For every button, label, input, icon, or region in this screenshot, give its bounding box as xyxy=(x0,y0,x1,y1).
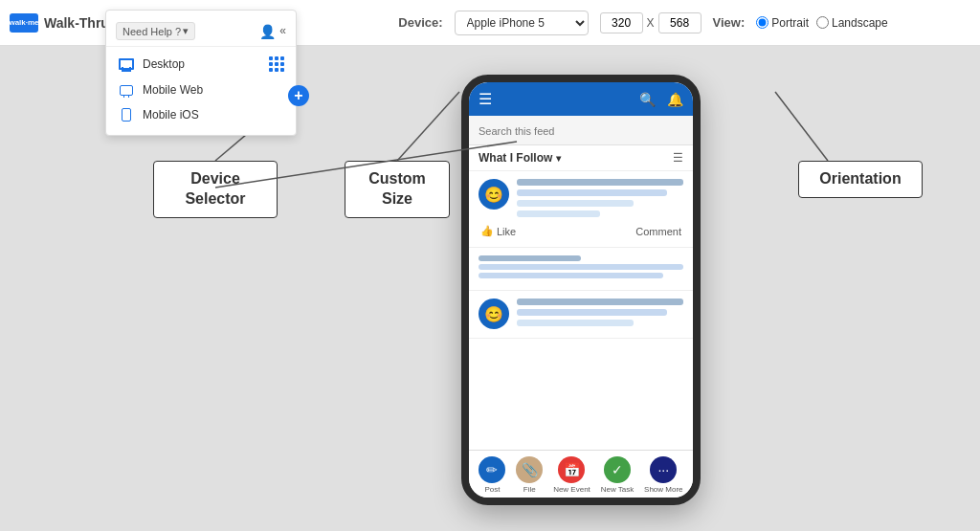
feed-line-1 xyxy=(517,179,683,186)
more-nav-label: Show More xyxy=(644,485,682,494)
post-nav-label: Post xyxy=(484,485,500,494)
menu-item-desktop[interactable]: Desktop xyxy=(106,51,296,77)
phone-header: ☰ 🔍 🔔 xyxy=(469,82,693,116)
feed-item-1-header: 😊 xyxy=(479,179,683,221)
phone-header-icons: 🔍 🔔 xyxy=(639,92,683,107)
phone-search-input[interactable] xyxy=(479,125,683,137)
desktop-label: Desktop xyxy=(143,57,185,71)
phone-search-icon: 🔍 xyxy=(639,92,656,107)
desktop-menu-icon xyxy=(118,57,135,71)
more-nav-icon: ··· xyxy=(650,456,677,483)
avatar-1: 😊 xyxy=(479,179,509,210)
portrait-option[interactable]: Portrait xyxy=(756,16,809,30)
feed-line-2 xyxy=(517,189,667,196)
mobile-ios-label: Mobile iOS xyxy=(143,108,199,122)
mobile-web-label: Mobile Web xyxy=(143,83,203,97)
toolbar-center: Device: Apple iPhone 5 X View: Portrait … xyxy=(316,11,970,35)
avatar-2: 😊 xyxy=(479,299,509,329)
feed-content-1 xyxy=(517,179,683,221)
chevron-left-icon[interactable]: « xyxy=(279,24,286,39)
nav-show-more[interactable]: ··· Show More xyxy=(644,456,682,494)
thumbs-up-icon: 👍 xyxy=(480,225,494,237)
size-inputs: X xyxy=(600,12,702,33)
apps-grid-icon xyxy=(269,56,284,72)
apps-grid-button[interactable] xyxy=(269,56,284,72)
phone-filter-bar: What I Follow ▾ ☰ xyxy=(469,145,693,171)
feed-actions-1: 👍 Like Comment xyxy=(479,221,683,239)
nav-new-task[interactable]: ✓ New Task xyxy=(601,456,635,494)
svg-line-2 xyxy=(775,92,828,161)
device-label: Device: xyxy=(398,15,442,30)
device-selector-annotation: DeviceSelector xyxy=(153,161,278,218)
view-label: View: xyxy=(713,15,746,30)
phone-search-bar[interactable] xyxy=(469,116,693,145)
feed2-line-3 xyxy=(517,320,634,326)
dropdown-icons: 👤 « xyxy=(259,24,286,39)
comment-button[interactable]: Comment xyxy=(635,226,681,237)
device-select[interactable]: Apple iPhone 5 xyxy=(455,11,589,35)
file-nav-label: File xyxy=(523,485,536,494)
post-nav-icon: ✏ xyxy=(479,456,505,483)
feed2-line-2 xyxy=(517,309,667,316)
phone-hamburger-icon: ☰ xyxy=(479,90,492,108)
width-input[interactable] xyxy=(600,12,643,33)
walkme-logo-icon: walk·me xyxy=(10,13,38,33)
mobile-ios-icon-shape xyxy=(122,108,131,122)
feed-item-1: 😊 👍 Like Comment xyxy=(469,171,693,248)
email-section xyxy=(469,248,693,291)
feed-line-4 xyxy=(517,210,600,217)
user-icon[interactable]: 👤 xyxy=(259,24,276,39)
portrait-label: Portrait xyxy=(771,16,809,30)
landscape-radio[interactable] xyxy=(816,16,829,29)
phone-mockup: ☰ 🔍 🔔 What I Follow ▾ ☰ 😊 xyxy=(461,75,701,505)
event-nav-label: New Event xyxy=(553,485,590,494)
feed-item-2: 😊 xyxy=(469,291,693,339)
feed-line-3 xyxy=(517,200,634,207)
feed-content-2 xyxy=(517,299,683,330)
mobile-web-menu-icon xyxy=(118,83,135,97)
email-line-2 xyxy=(479,273,663,278)
menu-item-mobile-web[interactable]: Mobile Web + xyxy=(106,77,296,102)
nav-file[interactable]: 📎 File xyxy=(516,456,543,494)
phone-notification-icon: 🔔 xyxy=(667,92,683,107)
file-nav-icon: 📎 xyxy=(516,456,543,483)
task-nav-label: New Task xyxy=(601,485,635,494)
svg-line-1 xyxy=(397,92,459,161)
mobile-web-icon-shape xyxy=(120,85,133,96)
email-line-1 xyxy=(479,264,683,270)
filter-label[interactable]: What I Follow ▾ xyxy=(479,151,561,165)
dropdown-header: Need Help ? ▾ 👤 « xyxy=(106,18,296,47)
custom-size-annotation: CustomSize xyxy=(345,161,450,218)
phone-bottom-nav: ✏ Post 📎 File 📅 New Event ✓ New Task ···… xyxy=(469,450,693,498)
task-nav-icon: ✓ xyxy=(604,456,631,483)
size-x-label: X xyxy=(647,16,655,30)
filter-chevron-icon: ▾ xyxy=(556,153,561,164)
like-button[interactable]: 👍 Like xyxy=(480,225,516,237)
landscape-option[interactable]: Landscape xyxy=(816,16,888,30)
feed2-line-1 xyxy=(517,299,683,305)
event-nav-icon: 📅 xyxy=(558,456,585,483)
sort-icon[interactable]: ☰ xyxy=(673,151,683,165)
orientation-annotation: Orientation xyxy=(798,161,923,198)
dropdown-menu: Need Help ? ▾ 👤 « Desktop Mobile Web + xyxy=(105,10,297,136)
orientation-group: Portrait Landscape xyxy=(756,16,887,30)
add-button[interactable]: + xyxy=(288,85,309,106)
desktop-icon-shape xyxy=(119,58,134,70)
nav-post[interactable]: ✏ Post xyxy=(479,456,505,494)
landscape-label: Landscape xyxy=(832,16,888,30)
email-label-1 xyxy=(479,255,683,261)
need-help-button[interactable]: Need Help ? ▾ xyxy=(116,22,195,40)
height-input[interactable] xyxy=(658,12,702,33)
chevron-down-icon: ▾ xyxy=(183,25,189,37)
menu-item-mobile-ios[interactable]: Mobile iOS xyxy=(106,102,296,127)
mobile-ios-menu-icon xyxy=(118,108,135,122)
nav-new-event[interactable]: 📅 New Event xyxy=(553,456,590,494)
feed-item-2-header: 😊 xyxy=(479,299,683,330)
portrait-radio[interactable] xyxy=(756,16,768,29)
